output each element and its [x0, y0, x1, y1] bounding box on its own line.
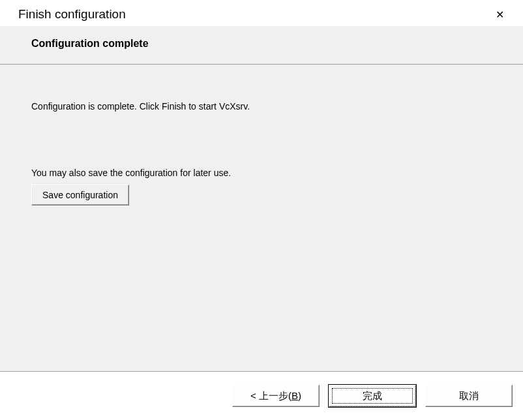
- subheader-title: Configuration complete: [31, 38, 523, 50]
- window-title: Finish configuration: [18, 7, 126, 22]
- finish-button[interactable]: 完成: [329, 385, 416, 407]
- message-complete: Configuration is complete. Click Finish …: [31, 101, 492, 112]
- cancel-button-label: 取消: [459, 390, 479, 402]
- message-save-hint: You may also save the configuration for …: [31, 168, 492, 178]
- close-icon: ✕: [496, 8, 504, 21]
- close-button[interactable]: ✕: [486, 5, 513, 23]
- finish-button-label: 完成: [363, 390, 382, 402]
- cancel-button[interactable]: 取消: [425, 385, 513, 407]
- spacer: [31, 112, 492, 168]
- save-configuration-label: Save configuration: [42, 190, 118, 200]
- titlebar: Finish configuration ✕: [0, 0, 523, 26]
- save-configuration-button[interactable]: Save configuration: [31, 185, 129, 205]
- back-button-label: < 上一步(B): [250, 390, 301, 402]
- subheader: Configuration complete: [0, 26, 523, 65]
- content-area: Configuration is complete. Click Finish …: [0, 65, 523, 371]
- finish-button-focus-ring: 完成: [332, 388, 413, 404]
- wizard-window: Finish configuration ✕ Configuration com…: [0, 0, 523, 420]
- back-button[interactable]: < 上一步(B): [232, 385, 320, 407]
- footer-buttons: < 上一步(B) 完成 取消: [0, 372, 523, 420]
